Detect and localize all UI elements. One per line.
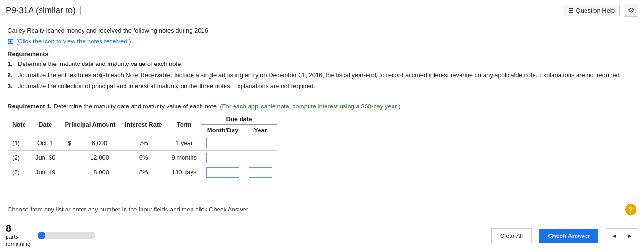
row3-rate: 8%	[120, 165, 167, 179]
requirement-item-1: 1. Determine the maturity date and matur…	[8, 59, 636, 69]
section-divider	[8, 97, 636, 97]
requirement-item-3: 3. Journalize the collection of principa…	[8, 81, 636, 91]
row1-rate: 7%	[120, 136, 167, 150]
row3-principal: 18,000	[79, 165, 120, 179]
row2-note: (2)	[8, 150, 31, 165]
col-note: Note	[8, 114, 31, 136]
row3-date: Jun. 19	[31, 165, 60, 179]
col-interest-rate: Interest Rate	[120, 114, 167, 136]
table-row: (2) Jun. 30 12,000 6% 9 months	[8, 150, 277, 165]
notes-icon-link[interactable]: ⊞ (Click the icon to view the notes rece…	[8, 37, 131, 46]
page-header: P9-31A (similar to) ☰ Question Help ⚙	[0, 0, 644, 21]
col-date: Date	[31, 114, 60, 136]
row3-term: 180 days	[167, 165, 201, 179]
row2-term: 9 months	[167, 150, 201, 165]
row1-note: (1)	[8, 136, 31, 150]
input-row1-month-day[interactable]	[206, 138, 239, 148]
main-content: Carley Realty loaned money and received …	[0, 21, 644, 200]
input-row1-year[interactable]	[249, 138, 272, 148]
row1-term: 1 year	[167, 136, 201, 150]
requirements-title: Requirements	[8, 50, 636, 57]
col-year: Year	[244, 124, 277, 136]
col-term: Term	[167, 114, 201, 136]
parts-remaining: 8 partsremaining	[6, 223, 31, 248]
row2-dollar	[60, 150, 79, 165]
input-row2-month-day[interactable]	[206, 153, 239, 163]
list-icon: ☰	[568, 7, 574, 14]
intro-text: Carley Realty loaned money and received …	[8, 27, 636, 34]
bottom-hint-bar: Choose from any list or enter any number…	[0, 200, 644, 219]
prev-button[interactable]: ◄	[606, 228, 622, 243]
notes-table: Note Date Principal Amount Interest Rate…	[8, 114, 277, 179]
clear-all-button[interactable]: Clear All	[491, 228, 532, 243]
col-month-day: Month/Day	[201, 124, 244, 136]
next-button[interactable]: ►	[622, 228, 638, 243]
col-principal: Principal Amount	[60, 114, 120, 136]
requirements-section: Requirements 1. Determine the maturity d…	[8, 50, 636, 91]
input-row2-year[interactable]	[249, 153, 272, 163]
requirement-item-2: 2. Journalize the entries to establish e…	[8, 71, 636, 80]
progress-bar-fill	[38, 232, 45, 239]
question-help-button[interactable]: ☰ Question Help	[563, 5, 620, 16]
row1-month-day-input[interactable]	[201, 136, 244, 150]
help-icon-button[interactable]: ?	[625, 204, 636, 215]
requirements-list: 1. Determine the maturity date and matur…	[8, 59, 636, 91]
col-due-date: Due date	[201, 114, 277, 125]
grid-icon: ⊞	[8, 37, 14, 46]
row2-rate: 6%	[120, 150, 167, 165]
row2-date: Jun. 30	[31, 150, 60, 165]
header-right: ☰ Question Help ⚙	[563, 4, 638, 17]
footer-bar: 8 partsremaining Clear All Check Answer …	[0, 219, 644, 252]
row1-date: Oct. 1	[31, 136, 60, 150]
row3-dollar	[60, 165, 79, 179]
input-row3-year[interactable]	[249, 167, 272, 178]
page-title: P9-31A (similar to)	[6, 6, 83, 16]
row1-year-input[interactable]	[244, 136, 277, 150]
row2-principal: 12,000	[79, 150, 120, 165]
hint-text: Choose from any list or enter any number…	[8, 206, 250, 213]
row3-year-input[interactable]	[244, 165, 277, 179]
requirement1-label: Requirement 1. Determine the maturity da…	[8, 103, 636, 110]
table-row: (1) Oct. 1 $ 6,000 7% 1 year	[8, 136, 277, 150]
row2-year-input[interactable]	[244, 150, 277, 165]
input-row3-month-day[interactable]	[206, 167, 239, 178]
progress-bar	[38, 232, 95, 239]
row3-month-day-input[interactable]	[201, 165, 244, 179]
nav-buttons: ◄ ►	[606, 228, 638, 243]
row3-note: (3)	[8, 165, 31, 179]
check-answer-button[interactable]: Check Answer	[539, 229, 598, 243]
gear-icon: ⚙	[628, 6, 634, 14]
table-row: (3) Jun. 19 18,000 8% 180 days	[8, 165, 277, 179]
row1-dollar: $	[60, 136, 79, 150]
row2-month-day-input[interactable]	[201, 150, 244, 165]
gear-button[interactable]: ⚙	[624, 4, 638, 17]
row1-principal: 6,000	[79, 136, 120, 150]
